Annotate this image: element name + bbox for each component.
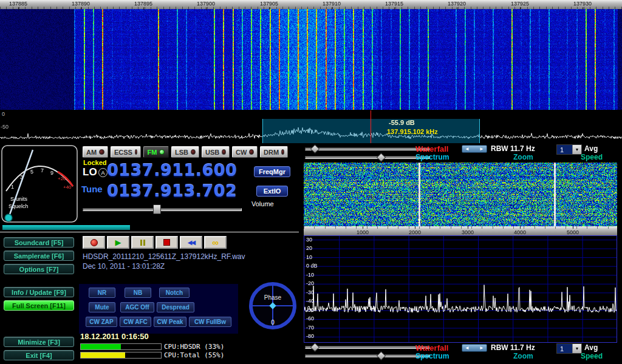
- mode-button-drm[interactable]: DRM: [260, 146, 288, 158]
- mode-button-fm[interactable]: FM: [143, 146, 169, 158]
- cw-afc-button[interactable]: CW AFC: [120, 317, 151, 327]
- audio-spectrum[interactable]: [304, 236, 617, 342]
- audio-frequency-scale[interactable]: 1000 2000 3000 4000 5000: [304, 226, 617, 235]
- cw-zap-button[interactable]: CW ZAP: [86, 317, 117, 327]
- squelch-knob[interactable]: [5, 214, 12, 221]
- nb-button[interactable]: NB: [125, 288, 151, 298]
- spectrum-tab[interactable]: Spectrum: [415, 153, 449, 161]
- waterfall2-contrast-track[interactable]: [305, 346, 429, 349]
- mode-button-usb[interactable]: USB: [202, 146, 230, 158]
- phase-value: 0: [271, 319, 275, 326]
- scale-label: 3000: [462, 229, 474, 235]
- db-scale-label: -50: [306, 307, 314, 313]
- db-scale-label: 10: [306, 254, 312, 260]
- cpu-hdsdr-text: CPU:HDSDR (33%): [164, 343, 224, 351]
- phase-scope[interactable]: Phase 0: [245, 277, 300, 332]
- volume-label: Volume: [251, 200, 274, 207]
- mode-button-am[interactable]: AM: [83, 146, 108, 158]
- fullscreen-button[interactable]: Full Screen [F11]: [4, 300, 74, 311]
- recording-filename: HDSDR_20111210_125611Z_137912kHz_RF.wav: [83, 252, 245, 261]
- cw-fullbw-button[interactable]: CW FullBw: [189, 317, 231, 327]
- waterfall-contrast-handle[interactable]: [310, 144, 320, 154]
- record-button[interactable]: [83, 236, 105, 249]
- samplerate-button[interactable]: Samplerate [F6]: [4, 251, 74, 261]
- ruler-label: 137925: [511, 1, 529, 7]
- volume-slider-track[interactable]: [83, 208, 242, 211]
- cpu-total-text: CPU:Total (55%): [164, 351, 224, 359]
- dropdown-arrow-icon[interactable]: ▼: [572, 145, 581, 154]
- squelch-level-bar[interactable]: [2, 225, 130, 230]
- notch-button[interactable]: Notch: [159, 288, 190, 298]
- db-scale-label: -60: [306, 315, 314, 322]
- zoom-arrows[interactable]: ◄ ►: [462, 145, 487, 153]
- spectrum2-tab[interactable]: Spectrum: [415, 352, 449, 360]
- dropdown-arrow-icon[interactable]: ▼: [572, 344, 581, 353]
- rewind-button[interactable]: ◀◀: [180, 236, 202, 249]
- db-scale-label: -10: [306, 272, 314, 278]
- minimize-button[interactable]: Minimize [F3]: [4, 337, 74, 347]
- mode-led-icon: [99, 149, 104, 155]
- scale-label: 4000: [514, 229, 526, 235]
- spectrum2-contrast-track[interactable]: [305, 354, 429, 357]
- speed-label: Speed: [581, 153, 603, 161]
- avg-label: Avg: [584, 144, 598, 153]
- zoom-in-arrow-icon[interactable]: ►: [479, 146, 484, 152]
- cw-peak-button[interactable]: CW Peak: [154, 317, 186, 327]
- loop-button[interactable]: ∞: [204, 236, 227, 249]
- frequency-ruler[interactable]: 137885 137890 137895 137900 137905 13791…: [0, 0, 622, 9]
- s-meter: 1 3 5 7 9 +20 +40 S-units Squelch: [1, 145, 78, 223]
- avg2-label: Avg: [584, 343, 598, 352]
- volume-slider-handle[interactable]: [153, 204, 161, 214]
- ruler-label: 137890: [72, 1, 90, 7]
- mode-label: DRM: [264, 149, 279, 156]
- zoom-in-arrow-icon[interactable]: ►: [479, 345, 484, 351]
- despread-button[interactable]: Despread: [157, 302, 194, 312]
- mode-label: ECSS: [114, 149, 132, 156]
- waterfall2-tab[interactable]: Waterfall: [415, 343, 448, 352]
- pause-button[interactable]: [131, 236, 154, 249]
- exit-button[interactable]: Exit [F4]: [4, 350, 74, 360]
- zoom2-arrows[interactable]: ◄ ►: [462, 344, 487, 352]
- info-update-button[interactable]: Info / Update [F9]: [4, 287, 74, 297]
- lo-frequency-display[interactable]: 0137.911.600: [107, 161, 237, 180]
- play-button[interactable]: ▶: [107, 236, 129, 249]
- zoom-out-arrow-icon[interactable]: ◄: [465, 146, 470, 152]
- nr-button[interactable]: NR: [89, 288, 115, 298]
- freqmgr-button[interactable]: FreqMgr: [254, 166, 290, 177]
- extio-button[interactable]: ExtIO: [256, 186, 288, 197]
- waterfall2-contrast-handle[interactable]: [310, 343, 320, 352]
- mode-button-ecss[interactable]: ECSS: [111, 146, 141, 158]
- spectrum-contrast-handle[interactable]: [377, 153, 386, 163]
- mode-led-icon: [191, 149, 196, 155]
- mode-button-row: AM ECSS FM LSB USB CW DRM: [83, 146, 288, 158]
- spectrum-contrast-track[interactable]: [305, 156, 429, 159]
- tune-frequency-display[interactable]: 0137.913.702: [107, 181, 237, 200]
- waterfall-tab[interactable]: Waterfall: [415, 144, 448, 153]
- avg2-dropdown[interactable]: 1 ▼: [556, 343, 582, 354]
- audio-spectrum-panel[interactable]: 30 20 10 0 dB -10 -20 -30 -40 -50 -60 -7…: [304, 235, 617, 343]
- play-icon: ▶: [115, 238, 121, 246]
- avg-dropdown[interactable]: 1 ▼: [556, 144, 582, 155]
- mode-label: FM: [148, 149, 157, 156]
- passband-selection[interactable]: [262, 119, 480, 143]
- soundcard-button[interactable]: Soundcard [F5]: [4, 237, 74, 248]
- waterfall-contrast-track[interactable]: [305, 147, 429, 150]
- cpu-hdsdr-bar: [80, 343, 162, 350]
- s-meter-tick: 7: [41, 167, 44, 174]
- lo-a-badge-icon[interactable]: A: [98, 168, 108, 177]
- main-waterfall[interactable]: [0, 0, 622, 110]
- stop-button[interactable]: [156, 236, 178, 249]
- spectrum2-contrast-handle[interactable]: [377, 351, 386, 361]
- ruler-label: 137900: [197, 1, 215, 7]
- cpu-total-bar: [80, 352, 162, 359]
- agc-button[interactable]: AGC Off: [120, 302, 154, 312]
- zoom-out-arrow-icon[interactable]: ◄: [465, 345, 470, 351]
- ruler-label: 137930: [573, 1, 592, 7]
- ruler-minor-ticks: [0, 7, 622, 9]
- ruler-label: 137905: [260, 1, 278, 7]
- mute-button[interactable]: Mute: [89, 302, 115, 312]
- options-button[interactable]: Options [F7]: [4, 264, 74, 274]
- audio-waterfall[interactable]: [304, 163, 617, 226]
- mode-button-cw[interactable]: CW: [232, 146, 258, 158]
- mode-button-lsb[interactable]: LSB: [171, 146, 199, 158]
